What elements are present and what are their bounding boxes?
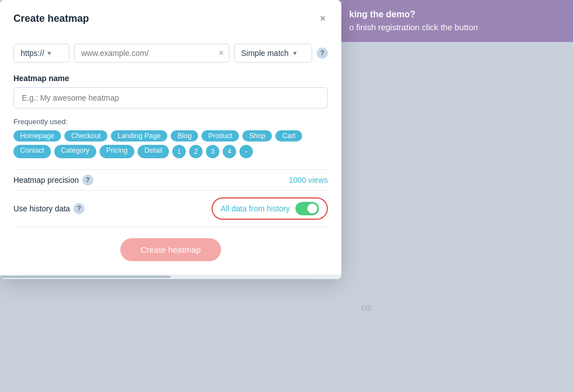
tag-num-2[interactable]: 2: [189, 145, 203, 158]
tag-homepage[interactable]: Homepage: [13, 130, 61, 141]
tag-num-1[interactable]: 1: [172, 145, 186, 158]
views-link[interactable]: 1000 views: [289, 176, 328, 185]
precision-label: Heatmap precision: [13, 176, 79, 185]
history-label-group: Use history data ?: [13, 203, 84, 214]
tag-blog[interactable]: Blog: [171, 130, 198, 141]
tag-detail[interactable]: Detail: [138, 145, 169, 158]
tag-checkout[interactable]: Checkout: [64, 130, 107, 141]
tag-landing-page[interactable]: Landing Page: [111, 130, 167, 141]
match-type-label: Simple match: [241, 49, 289, 58]
tag-num-3[interactable]: 3: [206, 145, 219, 158]
tag-category[interactable]: Category: [54, 145, 96, 158]
tag-cart[interactable]: Cart: [275, 130, 302, 141]
url-help-icon[interactable]: ?: [317, 48, 328, 59]
heatmap-name-label: Heatmap name: [13, 74, 328, 83]
modal-title: Create heatmap: [13, 13, 89, 25]
history-toggle[interactable]: [295, 202, 319, 215]
precision-help-icon[interactable]: ?: [82, 174, 93, 186]
protocol-label: https://: [21, 49, 44, 58]
create-heatmap-button[interactable]: Create heatmap: [120, 238, 221, 261]
tag-contact[interactable]: Contact: [13, 145, 51, 158]
toggle-track: [295, 202, 319, 215]
history-toggle-group[interactable]: All data from history: [212, 197, 328, 220]
url-input-wrapper: ×: [74, 44, 229, 63]
tag-num-4[interactable]: 4: [223, 145, 236, 158]
history-label: Use history data: [13, 204, 70, 213]
tags-container: Homepage Checkout Landing Page Blog Prod…: [13, 130, 328, 158]
create-button-wrapper: Create heatmap: [13, 238, 328, 261]
url-input[interactable]: [74, 44, 229, 63]
tag-pricing[interactable]: Pricing: [100, 145, 134, 158]
modal-close-button[interactable]: ×: [317, 11, 328, 26]
url-row: https:// ▾ × Simple match ▾ ?: [13, 44, 328, 63]
modal-header: Create heatmap ×: [0, 0, 341, 35]
modal-scrollbar[interactable]: [0, 275, 341, 279]
match-chevron-icon: ▾: [293, 49, 297, 57]
heatmap-name-input[interactable]: [13, 87, 328, 108]
modal-body: https:// ▾ × Simple match ▾ ? Heatmap na…: [0, 35, 341, 275]
history-text: All data from history: [220, 204, 290, 213]
history-help-icon[interactable]: ?: [73, 203, 84, 214]
frequently-used-row: Frequently used: Homepage Checkout Landi…: [13, 115, 328, 158]
precision-row: Heatmap precision ? 1000 views: [13, 169, 328, 190]
tag-product[interactable]: Product: [201, 130, 239, 141]
bg-bottom-label: os: [361, 302, 372, 314]
protocol-chevron-icon: ▾: [48, 49, 51, 57]
demo-banner: king the demo? o finish registration cli…: [338, 0, 573, 42]
tag-minus[interactable]: -: [239, 145, 253, 158]
demo-banner-title: king the demo?: [349, 8, 562, 21]
history-row: Use history data ? All data from history: [13, 190, 328, 227]
match-type-select[interactable]: Simple match ▾: [234, 44, 312, 63]
precision-label-group: Heatmap precision ?: [13, 174, 93, 186]
protocol-select[interactable]: https:// ▾: [13, 44, 69, 63]
scrollbar-thumb: [0, 276, 171, 278]
toggle-thumb: [307, 204, 317, 214]
create-heatmap-modal: Create heatmap × https:// ▾ × Simple mat…: [0, 0, 341, 279]
frequently-used-label: Frequently used:: [13, 115, 68, 126]
demo-banner-subtitle: o finish registration click the button: [349, 21, 562, 34]
tag-shop[interactable]: Shop: [242, 130, 272, 141]
background-panel: [338, 0, 573, 392]
url-clear-button[interactable]: ×: [219, 49, 224, 58]
